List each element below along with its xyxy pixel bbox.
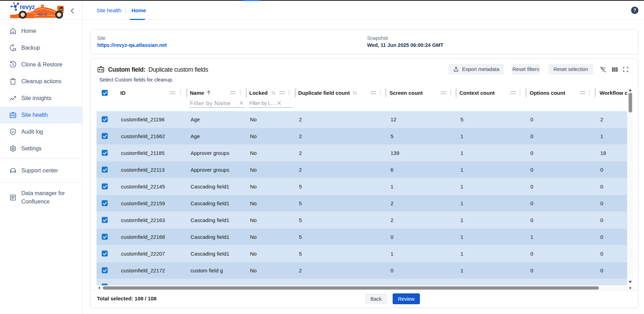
svg-text:revyz: revyz — [20, 3, 35, 10]
svg-text:REVYZ: REVYZ — [38, 13, 48, 16]
svg-text:42: 42 — [60, 8, 63, 11]
